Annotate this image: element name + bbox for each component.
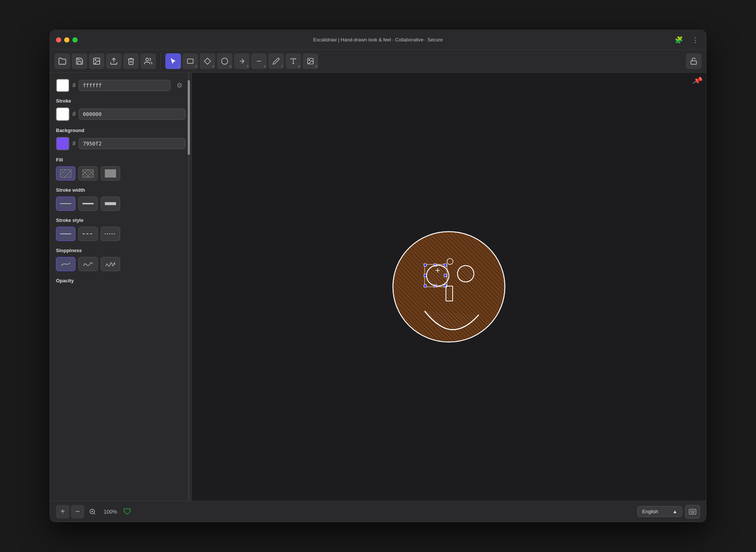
select-tool[interactable]: 1	[165, 53, 181, 69]
sidebar: # ⚙ Stroke #	[50, 73, 192, 501]
image-tool[interactable]: 9	[303, 53, 318, 69]
background-color-swatch[interactable]	[56, 137, 69, 150]
stroke-solid-icon	[60, 233, 71, 234]
stroke-label: Stroke	[56, 98, 185, 104]
content-area: # ⚙ Stroke #	[50, 73, 706, 501]
zoom-controls: + − 100% 🛡	[56, 505, 131, 518]
text-tool[interactable]: 8	[285, 53, 301, 69]
opacity-section: Opacity	[56, 278, 185, 283]
save-button[interactable]	[72, 53, 87, 69]
canvas-color-swatch[interactable]	[56, 79, 69, 92]
diamond-tool[interactable]: 3	[200, 53, 215, 69]
export-image-button[interactable]	[89, 53, 104, 69]
fill-crosshatch-button[interactable]	[78, 166, 98, 181]
close-button[interactable]	[56, 37, 61, 43]
sidebar-scrollbar-thumb[interactable]	[188, 80, 190, 155]
window-title: Excalidraw | Hand-drawn look & feel · Co…	[313, 37, 443, 43]
stroke-style-options	[56, 227, 185, 241]
stroke-thin-button[interactable]	[56, 197, 75, 211]
background-color-row: #	[56, 137, 185, 150]
open-button[interactable]	[54, 53, 70, 69]
stroke-thin-icon	[60, 203, 71, 204]
text-tool-num: 8	[298, 65, 300, 68]
minimize-button[interactable]	[64, 37, 69, 43]
maximize-button[interactable]	[72, 37, 78, 43]
background-hash: #	[72, 140, 76, 147]
svg-point-1	[95, 59, 96, 60]
stroke-section: Stroke #	[56, 98, 185, 121]
svg-point-6	[222, 58, 228, 64]
language-label: English	[642, 509, 658, 514]
sidebar-content: # ⚙ Stroke #	[50, 73, 191, 501]
ellipse-tool[interactable]: 4	[217, 53, 232, 69]
stroke-thick-button[interactable]	[101, 197, 120, 211]
svg-rect-21	[424, 264, 427, 266]
stroke-color-swatch[interactable]	[56, 107, 69, 121]
canvas-color-input[interactable]	[79, 80, 171, 91]
canvas-content	[192, 73, 706, 501]
svg-rect-36	[446, 286, 453, 301]
sloppiness-2-icon	[83, 260, 93, 268]
svg-rect-23	[444, 264, 447, 266]
fill-hatch-button[interactable]	[56, 166, 75, 181]
zoom-out-button[interactable]: −	[71, 505, 84, 518]
traffic-lights	[56, 37, 78, 43]
sloppiness-1-button[interactable]	[56, 257, 75, 271]
svg-rect-42	[689, 509, 696, 514]
pencil-tool[interactable]: 7	[268, 53, 284, 69]
shield-icon: 🛡	[123, 507, 131, 517]
arrow-tool[interactable]: 5	[234, 53, 250, 69]
background-label: Background	[56, 128, 185, 133]
lock-tool[interactable]	[686, 53, 702, 69]
stroke-dashed-icon	[82, 233, 94, 234]
select-tool-num: 1	[178, 65, 180, 68]
stroke-dashed-button[interactable]	[78, 227, 98, 241]
sloppiness-section: Sloppiness	[56, 248, 185, 271]
keyboard-button[interactable]	[685, 505, 700, 518]
canvas-area[interactable]: 📌	[192, 73, 706, 501]
svg-point-3	[146, 58, 149, 60]
stroke-hash: #	[72, 111, 76, 117]
stroke-solid-button[interactable]	[56, 227, 75, 241]
fill-solid-button[interactable]	[101, 166, 120, 181]
stroke-medium-icon	[82, 203, 94, 204]
stroke-dotted-button[interactable]	[101, 227, 120, 241]
arrow-tool-num: 5	[247, 65, 249, 68]
svg-rect-4	[188, 59, 193, 63]
sloppiness-options	[56, 257, 185, 271]
app-body: 1 2 3 4 5 6 7	[50, 50, 706, 522]
sloppiness-2-button[interactable]	[78, 257, 98, 271]
svg-rect-26	[424, 285, 427, 287]
more-options-button[interactable]: ⋮	[690, 34, 700, 46]
image-tool-num: 9	[315, 65, 317, 68]
fill-solid-icon	[105, 169, 116, 178]
zoom-level-button[interactable]: 100%	[101, 507, 120, 516]
smiley-drawing	[385, 223, 512, 350]
sidebar-scrollbar[interactable]	[188, 73, 190, 501]
opacity-label: Opacity	[56, 278, 185, 283]
background-color-input[interactable]	[79, 138, 185, 149]
collab-button[interactable]	[140, 53, 156, 69]
sloppiness-3-button[interactable]	[101, 257, 120, 271]
language-selector[interactable]: English ▲	[637, 506, 682, 517]
svg-point-12	[309, 59, 310, 60]
app-window: Excalidraw | Hand-drawn look & feel · Co…	[50, 30, 706, 522]
stroke-style-label: Stroke style	[56, 217, 185, 223]
extensions-button[interactable]: 🧩	[673, 34, 684, 46]
delete-button[interactable]	[123, 53, 139, 69]
export-file-button[interactable]	[106, 53, 122, 69]
zoom-fit-button[interactable]	[86, 505, 99, 518]
zoom-in-button[interactable]: +	[56, 505, 69, 518]
bottom-right: English ▲	[637, 505, 700, 518]
line-tool-num: 6	[264, 65, 266, 68]
canvas-settings-button[interactable]: ⚙	[174, 79, 185, 91]
stroke-medium-button[interactable]	[78, 197, 98, 211]
rectangle-tool[interactable]: 2	[182, 53, 198, 69]
stroke-color-input[interactable]	[79, 109, 185, 120]
line-tool[interactable]: 6	[251, 53, 267, 69]
pencil-tool-num: 7	[281, 65, 283, 68]
stroke-dotted-icon	[105, 233, 116, 234]
toolbar: 1 2 3 4 5 6 7	[50, 50, 706, 73]
svg-rect-24	[424, 274, 427, 277]
file-tools	[54, 53, 161, 69]
